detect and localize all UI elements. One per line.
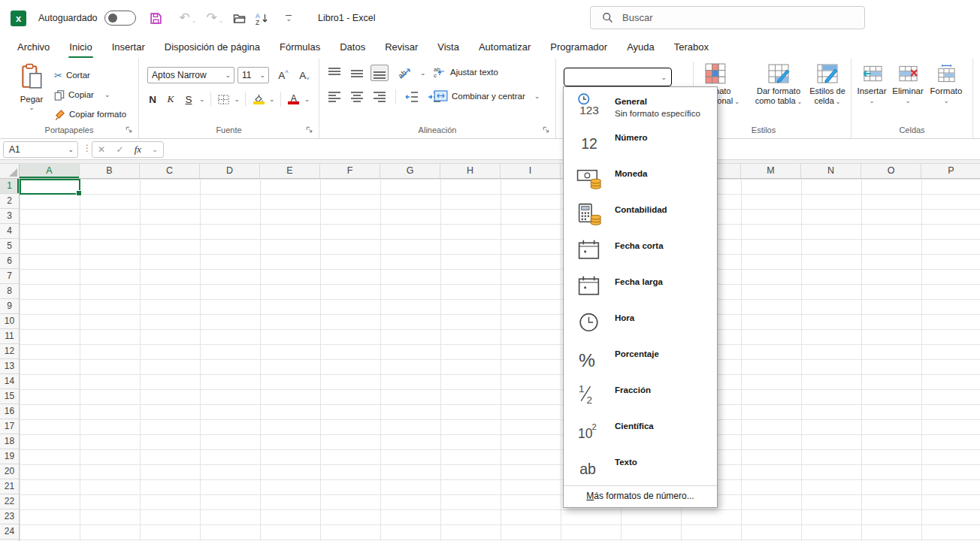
merge-center-button[interactable]: Combinar y centrar ⌄ xyxy=(434,90,540,101)
fill-color-button[interactable] xyxy=(251,90,266,108)
bold-button[interactable]: N xyxy=(145,90,160,108)
cancel-entry-icon[interactable]: ✕ xyxy=(98,144,105,155)
format-as-table-button[interactable]: Dar formato como tabla⌄ xyxy=(747,62,810,107)
tab-ayuda[interactable]: Ayuda xyxy=(617,36,664,59)
number-format-combobox[interactable]: ⌄ xyxy=(564,68,672,86)
row-header-23[interactable]: 23 xyxy=(0,509,19,524)
align-right-button[interactable] xyxy=(371,89,389,105)
col-header-i[interactable]: I xyxy=(501,164,561,178)
align-bottom-button[interactable] xyxy=(371,65,389,81)
menu-item-general[interactable]: 123GeneralSin formato específico xyxy=(564,90,717,126)
font-color-button[interactable]: A xyxy=(286,90,301,108)
row-header-10[interactable]: 10 xyxy=(0,314,19,329)
select-all-corner[interactable] xyxy=(0,164,20,179)
tab-formulas[interactable]: Fórmulas xyxy=(270,36,330,59)
increase-font-button[interactable]: A˄ xyxy=(276,66,291,84)
menu-item-long-date[interactable]: Fecha larga xyxy=(564,270,717,307)
row-header-9[interactable]: 9 xyxy=(0,299,19,314)
font-color-chevron-icon[interactable]: ⌄ xyxy=(304,95,310,103)
cell-styles-button[interactable]: Estilos de celda⌄ xyxy=(806,62,849,107)
font-family-combobox[interactable]: Aptos Narrow ⌄ xyxy=(147,67,234,83)
orientation-chevron-icon[interactable]: ⌄ xyxy=(420,69,426,77)
row-header-21[interactable]: 21 xyxy=(0,479,19,494)
confirm-entry-icon[interactable]: ✓ xyxy=(116,144,123,155)
row-header-16[interactable]: 16 xyxy=(0,404,19,419)
undo-button[interactable]: ↶⌄ xyxy=(180,12,197,24)
fx-chevron-icon[interactable]: ⌄ xyxy=(152,146,158,153)
delete-cells-button[interactable]: Eliminar ⌄ xyxy=(891,64,925,104)
menu-item-currency[interactable]: Moneda xyxy=(564,162,717,198)
underline-button[interactable]: S xyxy=(181,90,196,108)
row-header-1[interactable]: 1 xyxy=(0,179,19,194)
insert-cells-button[interactable]: Insertar ⌄ xyxy=(854,64,889,104)
col-header-c[interactable]: C xyxy=(140,164,200,178)
format-cells-button[interactable]: Formato ⌄ xyxy=(927,64,966,104)
selected-cell-outline[interactable] xyxy=(20,179,80,195)
row-header-7[interactable]: 7 xyxy=(0,269,19,284)
fill-color-chevron-icon[interactable]: ⌄ xyxy=(269,95,275,103)
excel-app-icon[interactable]: x xyxy=(11,11,26,26)
menu-item-scientific[interactable]: 102Científica xyxy=(564,415,717,451)
decrease-font-button[interactable]: A˅ xyxy=(297,66,312,84)
insert-function-button[interactable]: fx xyxy=(135,144,141,156)
row-header-5[interactable]: 5 xyxy=(0,239,19,254)
row-header-4[interactable]: 4 xyxy=(0,224,19,239)
name-box[interactable]: A1 ⌄ xyxy=(3,141,78,158)
col-header-o[interactable]: O xyxy=(861,164,921,178)
clipboard-dialog-launcher[interactable] xyxy=(123,124,134,134)
open-button[interactable] xyxy=(233,13,246,24)
tab-programador[interactable]: Programador xyxy=(540,36,617,59)
row-header-3[interactable]: 3 xyxy=(0,209,19,224)
menu-item-number[interactable]: 12Número xyxy=(564,126,717,162)
copy-button[interactable]: Copiar ⌄ xyxy=(54,85,126,104)
menu-item-short-date[interactable]: Fecha corta xyxy=(564,234,717,270)
italic-button[interactable]: K xyxy=(163,90,178,108)
tab-datos[interactable]: Datos xyxy=(330,36,375,59)
sort-button[interactable]: AZ xyxy=(256,12,268,25)
formula-bar-grip-icon[interactable]: ⋮ xyxy=(83,143,92,153)
autosave-toggle[interactable] xyxy=(104,11,136,26)
font-dialog-launcher[interactable] xyxy=(304,124,314,134)
tab-terabox[interactable]: Terabox xyxy=(664,36,718,59)
tab-archivo[interactable]: Archivo xyxy=(8,36,59,59)
col-header-n[interactable]: N xyxy=(801,164,861,178)
menu-item-text[interactable]: abTexto xyxy=(564,451,717,485)
col-header-b[interactable]: B xyxy=(80,164,140,178)
col-header-m[interactable]: M xyxy=(741,164,801,178)
tab-disposicion-de-pagina[interactable]: Disposición de página xyxy=(155,36,270,59)
row-header-15[interactable]: 15 xyxy=(0,389,19,404)
format-painter-button[interactable]: Copiar formato xyxy=(54,104,126,124)
row-header-17[interactable]: 17 xyxy=(0,419,19,434)
borders-button[interactable] xyxy=(216,90,231,108)
menu-item-percentage[interactable]: %Porcentaje xyxy=(564,343,717,379)
customize-toolbar-button[interactable]: ⌄ xyxy=(286,15,292,22)
tab-inicio[interactable]: Inicio xyxy=(59,36,101,59)
tab-insertar[interactable]: Insertar xyxy=(102,36,155,59)
tab-automatizar[interactable]: Automatizar xyxy=(469,36,540,59)
more-number-formats-button[interactable]: Más formatos de número... xyxy=(564,485,717,507)
orientation-button[interactable]: ab xyxy=(393,65,416,81)
redo-button[interactable]: ↷⌄ xyxy=(207,12,224,24)
row-header-11[interactable]: 11 xyxy=(0,329,19,344)
col-header-a[interactable]: A xyxy=(20,164,80,178)
cut-button[interactable]: ✂ Cortar xyxy=(54,65,126,85)
tab-revisar[interactable]: Revisar xyxy=(375,36,428,59)
col-header-h[interactable]: H xyxy=(440,164,501,178)
decrease-indent-button[interactable] xyxy=(403,89,421,105)
font-size-combobox[interactable]: 11 ⌄ xyxy=(237,67,269,83)
alignment-dialog-launcher[interactable] xyxy=(540,124,551,134)
menu-item-fraction[interactable]: 12Fracción xyxy=(564,379,717,415)
search-input[interactable]: Buscar xyxy=(590,6,865,29)
borders-chevron-icon[interactable]: ⌄ xyxy=(234,95,240,103)
col-header-p[interactable]: P xyxy=(921,164,980,178)
row-header-20[interactable]: 20 xyxy=(0,464,19,479)
row-header-12[interactable]: 12 xyxy=(0,344,19,359)
col-header-f[interactable]: F xyxy=(320,164,380,178)
col-header-e[interactable]: E xyxy=(260,164,320,178)
wrap-text-button[interactable]: abc Ajustar texto xyxy=(434,66,498,78)
menu-item-accounting[interactable]: Contabilidad xyxy=(564,198,717,234)
row-header-19[interactable]: 19 xyxy=(0,449,19,464)
row-header-14[interactable]: 14 xyxy=(0,374,19,389)
align-top-button[interactable] xyxy=(325,65,343,81)
save-button[interactable] xyxy=(150,12,162,25)
